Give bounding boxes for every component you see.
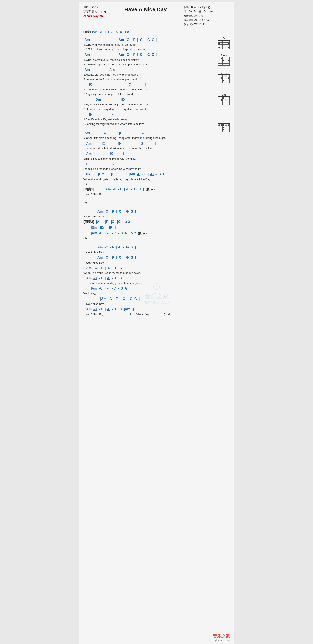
interlude2-chords: |Am |F |C |G | x 2: [95, 220, 130, 224]
spacer4: [83, 241, 207, 244]
section3-paren: (3): [83, 236, 207, 241]
verse1-lyric10: 2.I knocked on every door, on every dead…: [83, 107, 207, 112]
chord-Dm-label: Dm: [218, 93, 230, 96]
chord-G-grid: [218, 40, 230, 49]
section3-lyric3: When The world keeps trying, to drag me …: [83, 271, 207, 275]
verse1-lyric11: 1.Sacrificed his life, just slavin' away…: [83, 117, 207, 122]
chord-diagram-Dm: Dm: [218, 93, 230, 106]
main-content: G: [83, 37, 230, 316]
section3-chord6: |Am -C - F | -C - G G |: [83, 296, 207, 302]
song-title: Have A Nice Day: [107, 6, 184, 13]
suggested-key: 建议男调:Cm 女:Fm: [83, 10, 107, 14]
intro-line: [前奏] |Am -C - F | -C - G G | x 2: [83, 30, 230, 34]
chorus-lyric4: Standing on the ledge, show the wind how…: [83, 167, 207, 171]
strum1: 参考刷法:X↑↓ ↓↑↓: [184, 14, 230, 18]
section3-chord5: |Am -C - F | -C - G G |: [83, 286, 207, 291]
section3-end: (End): [162, 312, 171, 316]
verse1-lyric7: 1.Is innocence the difference between a …: [83, 87, 207, 92]
chord-diagram-F: F: [218, 120, 230, 133]
spacer1: [83, 126, 207, 130]
fingering: 参考指法:T1213121: [184, 22, 230, 26]
section3-chord2: |Am -C - F | -C - G G |: [83, 255, 207, 260]
header: 原KEY:C#m 建议男调:Cm 女:Fm capo:4 play:Am Hav…: [83, 5, 230, 26]
verse1-lyric6: 2.Let me be the first to shake a helping…: [83, 77, 207, 82]
intro-label: [前奏]: [83, 30, 91, 34]
verse1-lyric2: ▲2.Take a look around you, nothing's wha…: [83, 47, 207, 52]
header-divider: [83, 28, 230, 28]
strum2: 参考刷法:XX ↑X XX ↑X: [184, 18, 230, 22]
interlude2-label: [间奏2]: [83, 220, 94, 224]
verse1-chord4: |C |C |: [83, 82, 207, 87]
chord-diagram-C: C ○ ○: [218, 72, 230, 84]
section2-lyric1: Have A Nice Day: [83, 214, 207, 219]
verse1-lyric3: 1.Who, are you to tell me if it's black …: [83, 58, 207, 62]
chord-F-label: F: [218, 120, 230, 124]
spacer3: [83, 205, 207, 209]
chorus-chord2: |Am |C |F |G |: [83, 140, 207, 146]
chorus-paren: (1): [83, 182, 207, 186]
verse1-lyric5: 1.Mama, can you help me? Try to understa…: [83, 72, 207, 77]
verse1-chord1: |Am |Am -C - F | -C - G G |: [83, 37, 207, 42]
interlude1-line: [间奏1] |Am -C - F | -C - G G | (回▲): [83, 186, 207, 192]
chorus-lyric5: When the world gets in my face, I say, H…: [83, 177, 207, 182]
header-center: Have A Nice Day: [107, 5, 184, 26]
lyrics-info: 词：Bon Jovi 曲：Bon Jovi: [184, 10, 230, 14]
section3-last-line: Have A Nice Day Have A Nice Day (End): [83, 312, 207, 316]
section3-lyric5: Well I say,: [83, 291, 207, 296]
chord-diagrams-column: G: [218, 37, 230, 133]
verse1-lyric9: 1.My daddy lived the lie, it's just the …: [83, 102, 207, 107]
chord-F-grid: [218, 124, 230, 132]
capo-info: capo:4 play:Am: [83, 14, 107, 18]
chord-Am-label: Am ○: [218, 54, 230, 56]
verse1-chord2: |Am |Am -C - F | -C - G G |: [83, 52, 207, 58]
section3-lyric7b: Have A Nice Day: [129, 312, 149, 316]
key-info: 原KEY:C#m: [83, 5, 107, 10]
interlude1-label: [间奏1]: [83, 187, 94, 191]
chord-G-label: G: [218, 37, 230, 40]
chord-Dm-grid: [218, 96, 230, 105]
section3-chord7: |Am -C - F | -C - G G |Am |: [83, 306, 207, 312]
chord-diagram-G: G: [218, 37, 230, 50]
section3-lyric7a: Have A Nice Day: [83, 312, 104, 316]
interlude1-chords: |Am -C - F | -C - G G | (回▲): [95, 187, 155, 191]
footer-logo: 音乐之家: [213, 633, 230, 639]
chorus-chord1: |Am |C |F |G |: [83, 130, 207, 136]
verse1-chord5: |Dm |Dm |: [83, 97, 207, 102]
header-right: 演唱：Bon Jovi(邦乔飞) 词：Bon Jovi 曲：Bon Jovi 参…: [184, 5, 230, 26]
page: 原KEY:C#m 建议男调:Cm 女:Fm capo:4 play:Am Hav…: [79, 2, 234, 644]
verse1-lyric8: 2.Anybody, brave enough to take a stand,: [83, 92, 207, 96]
footer-url: yinyuezj.com: [213, 639, 230, 642]
verse1-chord3: |Am |Am |: [83, 67, 207, 72]
verse1-chord6: |F |F |: [83, 112, 207, 117]
chord-C-label: C ○ ○: [218, 72, 230, 74]
verse1-lyric12: 2.Looking for forgiveness,and what's lef…: [83, 122, 207, 126]
chorus-lyric2: I aint gonna do what I don't want to, Im…: [83, 146, 207, 151]
section3-lyric2: Have A Nice Day.: [83, 260, 207, 265]
section3-chord3: |Am -C - F | -C - G G |: [83, 265, 207, 271]
interlude1-lyric: Have A Nice Day: [83, 192, 207, 196]
section3-lyric6: Have A Nice Day.: [83, 302, 207, 306]
chord-diagram-Am: Am ○: [218, 54, 230, 66]
chorus-chord5: |Dm |Dm |F |Am -C - F | -C - G G |: [83, 171, 207, 177]
section2-chord1: |Am -C - F | -C - G G |: [83, 209, 207, 214]
section2-chord2: |Dm |Dm |F |: [83, 225, 207, 230]
section3-chord4: |Am -C - F | -C - G G |: [83, 275, 207, 281]
verse1-lyric4: 2.We're living in a broken home of hopes…: [83, 62, 207, 67]
song-content: |Am |Am -C - F | -C - G G | 1.Why, you w…: [83, 37, 207, 316]
section3-chord1: |Am -C - F | -C - G G |: [83, 244, 207, 250]
chorus-lyric3: Shining like a diamond, rolling with the…: [83, 156, 207, 161]
interlude2-line: [间奏2] |Am |F |C |G | x 2: [83, 219, 207, 224]
chord-C-grid: [218, 74, 230, 83]
section3-lyric1: Have A Nice Day.: [83, 250, 207, 255]
verse1-lyric1: 1.Why, you wanna tell me how to live my …: [83, 42, 207, 47]
spacer2: [83, 196, 207, 200]
singer-info: 演唱：Bon Jovi(邦乔飞): [184, 5, 230, 10]
chord-Am-grid: [218, 56, 230, 66]
chorus-chord4: |F |G |: [83, 161, 207, 167]
chorus-chord3: |Am |C |: [83, 151, 207, 156]
chorus-lyric1: ★Ohhh, if there's one thing I hang onto,…: [83, 136, 207, 140]
footer: 音乐之家 yinyuezj.com: [213, 633, 230, 642]
section3-lyric4: Ive gotta raise my hands, gonna stand my…: [83, 281, 207, 286]
intro-divider: [83, 36, 230, 36]
section2-chord3: |Am -C - F | -C - G G | x 2 (回★): [83, 230, 207, 236]
